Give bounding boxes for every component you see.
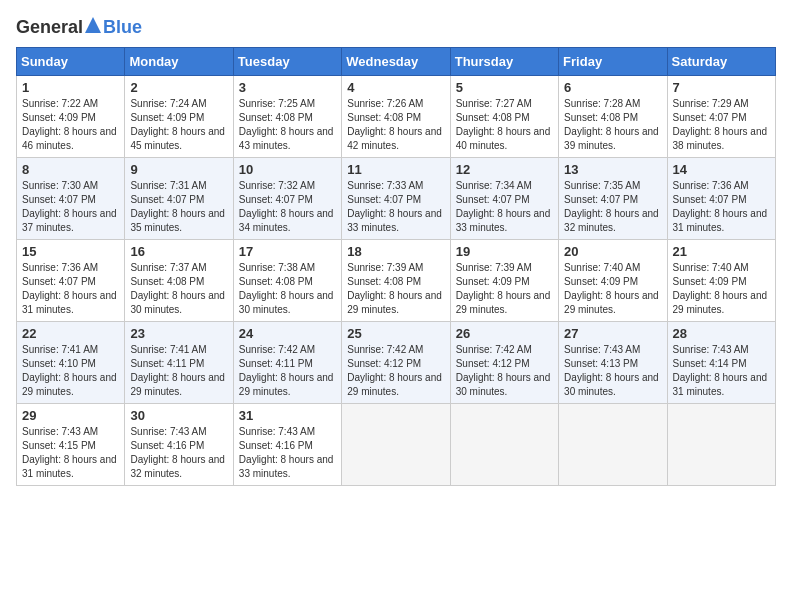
- day-header-saturday: Saturday: [667, 48, 775, 76]
- day-header-sunday: Sunday: [17, 48, 125, 76]
- calendar-week-3: 15Sunrise: 7:36 AMSunset: 4:07 PMDayligh…: [17, 240, 776, 322]
- day-number: 31: [239, 408, 336, 423]
- day-number: 16: [130, 244, 227, 259]
- calendar-cell: 25Sunrise: 7:42 AMSunset: 4:12 PMDayligh…: [342, 322, 450, 404]
- logo-blue: Blue: [103, 17, 142, 38]
- calendar-cell: 23Sunrise: 7:41 AMSunset: 4:11 PMDayligh…: [125, 322, 233, 404]
- calendar-week-5: 29Sunrise: 7:43 AMSunset: 4:15 PMDayligh…: [17, 404, 776, 486]
- day-number: 27: [564, 326, 661, 341]
- calendar-cell: 24Sunrise: 7:42 AMSunset: 4:11 PMDayligh…: [233, 322, 341, 404]
- cell-info: Sunrise: 7:38 AMSunset: 4:08 PMDaylight:…: [239, 262, 334, 315]
- cell-info: Sunrise: 7:22 AMSunset: 4:09 PMDaylight:…: [22, 98, 117, 151]
- calendar-week-2: 8Sunrise: 7:30 AMSunset: 4:07 PMDaylight…: [17, 158, 776, 240]
- day-header-tuesday: Tuesday: [233, 48, 341, 76]
- cell-info: Sunrise: 7:36 AMSunset: 4:07 PMDaylight:…: [22, 262, 117, 315]
- calendar-cell: 9Sunrise: 7:31 AMSunset: 4:07 PMDaylight…: [125, 158, 233, 240]
- cell-info: Sunrise: 7:41 AMSunset: 4:11 PMDaylight:…: [130, 344, 225, 397]
- cell-info: Sunrise: 7:30 AMSunset: 4:07 PMDaylight:…: [22, 180, 117, 233]
- calendar-cell: 4Sunrise: 7:26 AMSunset: 4:08 PMDaylight…: [342, 76, 450, 158]
- page-header: General Blue: [16, 16, 776, 39]
- calendar-cell: [342, 404, 450, 486]
- logo-general: General: [16, 17, 83, 38]
- cell-info: Sunrise: 7:35 AMSunset: 4:07 PMDaylight:…: [564, 180, 659, 233]
- cell-info: Sunrise: 7:34 AMSunset: 4:07 PMDaylight:…: [456, 180, 551, 233]
- calendar-cell: 30Sunrise: 7:43 AMSunset: 4:16 PMDayligh…: [125, 404, 233, 486]
- calendar-cell: [450, 404, 558, 486]
- day-number: 29: [22, 408, 119, 423]
- day-number: 20: [564, 244, 661, 259]
- calendar-cell: 20Sunrise: 7:40 AMSunset: 4:09 PMDayligh…: [559, 240, 667, 322]
- cell-info: Sunrise: 7:43 AMSunset: 4:13 PMDaylight:…: [564, 344, 659, 397]
- calendar-cell: [667, 404, 775, 486]
- calendar-cell: 29Sunrise: 7:43 AMSunset: 4:15 PMDayligh…: [17, 404, 125, 486]
- calendar-body: 1Sunrise: 7:22 AMSunset: 4:09 PMDaylight…: [17, 76, 776, 486]
- day-number: 12: [456, 162, 553, 177]
- day-number: 23: [130, 326, 227, 341]
- cell-info: Sunrise: 7:43 AMSunset: 4:16 PMDaylight:…: [130, 426, 225, 479]
- calendar-cell: 13Sunrise: 7:35 AMSunset: 4:07 PMDayligh…: [559, 158, 667, 240]
- calendar-week-4: 22Sunrise: 7:41 AMSunset: 4:10 PMDayligh…: [17, 322, 776, 404]
- day-number: 26: [456, 326, 553, 341]
- cell-info: Sunrise: 7:41 AMSunset: 4:10 PMDaylight:…: [22, 344, 117, 397]
- calendar-cell: 10Sunrise: 7:32 AMSunset: 4:07 PMDayligh…: [233, 158, 341, 240]
- cell-info: Sunrise: 7:26 AMSunset: 4:08 PMDaylight:…: [347, 98, 442, 151]
- logo-triangle: [84, 16, 102, 39]
- day-header-wednesday: Wednesday: [342, 48, 450, 76]
- calendar-cell: [559, 404, 667, 486]
- cell-info: Sunrise: 7:33 AMSunset: 4:07 PMDaylight:…: [347, 180, 442, 233]
- day-number: 14: [673, 162, 770, 177]
- day-number: 21: [673, 244, 770, 259]
- calendar-cell: 6Sunrise: 7:28 AMSunset: 4:08 PMDaylight…: [559, 76, 667, 158]
- calendar-cell: 12Sunrise: 7:34 AMSunset: 4:07 PMDayligh…: [450, 158, 558, 240]
- day-number: 17: [239, 244, 336, 259]
- cell-info: Sunrise: 7:31 AMSunset: 4:07 PMDaylight:…: [130, 180, 225, 233]
- day-number: 2: [130, 80, 227, 95]
- cell-info: Sunrise: 7:42 AMSunset: 4:12 PMDaylight:…: [456, 344, 551, 397]
- day-number: 10: [239, 162, 336, 177]
- calendar-cell: 21Sunrise: 7:40 AMSunset: 4:09 PMDayligh…: [667, 240, 775, 322]
- calendar-header-row: SundayMondayTuesdayWednesdayThursdayFrid…: [17, 48, 776, 76]
- cell-info: Sunrise: 7:39 AMSunset: 4:08 PMDaylight:…: [347, 262, 442, 315]
- day-number: 7: [673, 80, 770, 95]
- calendar-cell: 14Sunrise: 7:36 AMSunset: 4:07 PMDayligh…: [667, 158, 775, 240]
- calendar-cell: 28Sunrise: 7:43 AMSunset: 4:14 PMDayligh…: [667, 322, 775, 404]
- svg-marker-0: [85, 17, 101, 33]
- calendar-table: SundayMondayTuesdayWednesdayThursdayFrid…: [16, 47, 776, 486]
- calendar-cell: 15Sunrise: 7:36 AMSunset: 4:07 PMDayligh…: [17, 240, 125, 322]
- calendar-cell: 19Sunrise: 7:39 AMSunset: 4:09 PMDayligh…: [450, 240, 558, 322]
- calendar-cell: 26Sunrise: 7:42 AMSunset: 4:12 PMDayligh…: [450, 322, 558, 404]
- cell-info: Sunrise: 7:42 AMSunset: 4:11 PMDaylight:…: [239, 344, 334, 397]
- day-number: 13: [564, 162, 661, 177]
- day-number: 30: [130, 408, 227, 423]
- calendar-cell: 17Sunrise: 7:38 AMSunset: 4:08 PMDayligh…: [233, 240, 341, 322]
- cell-info: Sunrise: 7:24 AMSunset: 4:09 PMDaylight:…: [130, 98, 225, 151]
- cell-info: Sunrise: 7:42 AMSunset: 4:12 PMDaylight:…: [347, 344, 442, 397]
- day-number: 5: [456, 80, 553, 95]
- day-header-friday: Friday: [559, 48, 667, 76]
- cell-info: Sunrise: 7:40 AMSunset: 4:09 PMDaylight:…: [564, 262, 659, 315]
- day-number: 9: [130, 162, 227, 177]
- day-number: 6: [564, 80, 661, 95]
- calendar-cell: 22Sunrise: 7:41 AMSunset: 4:10 PMDayligh…: [17, 322, 125, 404]
- calendar-cell: 7Sunrise: 7:29 AMSunset: 4:07 PMDaylight…: [667, 76, 775, 158]
- cell-info: Sunrise: 7:29 AMSunset: 4:07 PMDaylight:…: [673, 98, 768, 151]
- day-header-monday: Monday: [125, 48, 233, 76]
- day-header-thursday: Thursday: [450, 48, 558, 76]
- calendar-cell: 2Sunrise: 7:24 AMSunset: 4:09 PMDaylight…: [125, 76, 233, 158]
- cell-info: Sunrise: 7:43 AMSunset: 4:16 PMDaylight:…: [239, 426, 334, 479]
- day-number: 8: [22, 162, 119, 177]
- cell-info: Sunrise: 7:28 AMSunset: 4:08 PMDaylight:…: [564, 98, 659, 151]
- calendar-week-1: 1Sunrise: 7:22 AMSunset: 4:09 PMDaylight…: [17, 76, 776, 158]
- calendar-cell: 8Sunrise: 7:30 AMSunset: 4:07 PMDaylight…: [17, 158, 125, 240]
- cell-info: Sunrise: 7:25 AMSunset: 4:08 PMDaylight:…: [239, 98, 334, 151]
- day-number: 1: [22, 80, 119, 95]
- cell-info: Sunrise: 7:36 AMSunset: 4:07 PMDaylight:…: [673, 180, 768, 233]
- calendar-cell: 31Sunrise: 7:43 AMSunset: 4:16 PMDayligh…: [233, 404, 341, 486]
- day-number: 18: [347, 244, 444, 259]
- day-number: 15: [22, 244, 119, 259]
- day-number: 4: [347, 80, 444, 95]
- cell-info: Sunrise: 7:32 AMSunset: 4:07 PMDaylight:…: [239, 180, 334, 233]
- cell-info: Sunrise: 7:43 AMSunset: 4:15 PMDaylight:…: [22, 426, 117, 479]
- day-number: 22: [22, 326, 119, 341]
- day-number: 24: [239, 326, 336, 341]
